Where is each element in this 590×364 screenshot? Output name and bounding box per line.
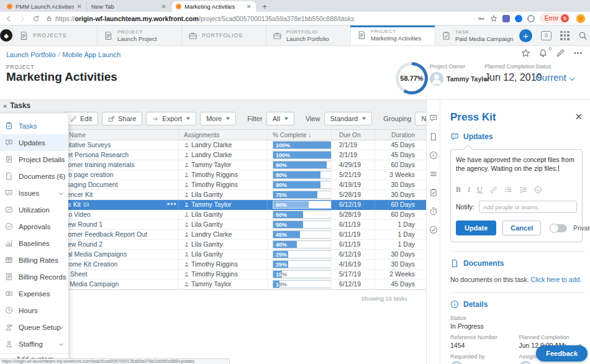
share-button[interactable]: Share xyxy=(102,112,142,125)
underline-button[interactable]: U xyxy=(477,185,483,194)
row-more-icon[interactable]: ••• xyxy=(166,200,177,209)
task-percent-complete[interactable]: 100%100% xyxy=(267,150,331,160)
sidebar-item-expenses[interactable]: Expenses xyxy=(0,285,68,302)
filter-dropdown[interactable]: All xyxy=(266,112,294,125)
task-assignments[interactable]: Tammy Taylor xyxy=(178,280,267,289)
details-section-header[interactable]: Details xyxy=(450,300,583,309)
sidebar-item-updates[interactable]: Updates xyxy=(0,134,68,151)
breadcrumb-portfolio-link[interactable]: Launch Portfolio xyxy=(6,51,56,58)
forward-icon[interactable] xyxy=(19,15,26,22)
error-extension-badge[interactable]: Error S xyxy=(540,13,571,24)
task-percent-complete[interactable]: 90%90% xyxy=(267,160,331,170)
task-assignments[interactable]: Lila Garrity xyxy=(178,190,267,199)
global-add-button[interactable]: + xyxy=(519,29,532,42)
bullet-list-icon[interactable] xyxy=(504,186,512,194)
comment-icon[interactable] xyxy=(429,114,438,122)
nav-tab-marketing-activities[interactable]: PROJECTMarketing Activities xyxy=(350,25,435,45)
column-due-on[interactable]: Due On xyxy=(331,130,374,140)
requested-by-avatar[interactable] xyxy=(450,361,463,364)
task-percent-complete[interactable]: 25%25% xyxy=(267,260,331,269)
task-assignments[interactable]: Timothy Riggins xyxy=(178,270,267,279)
tasks-icon[interactable] xyxy=(429,188,438,197)
numbered-list-icon[interactable] xyxy=(519,186,527,194)
document-icon[interactable] xyxy=(429,132,438,141)
task-assignments[interactable]: Lila Garrity xyxy=(178,220,267,229)
link-icon[interactable] xyxy=(489,186,497,194)
task-assignments[interactable]: Timothy Riggins xyxy=(178,170,267,180)
tab-close-icon[interactable]: ✕ xyxy=(161,3,166,10)
comment-textarea[interactable]: We have approved the concept files from … xyxy=(456,155,577,180)
task-assignments[interactable]: Timothy Riggins xyxy=(178,180,267,189)
task-percent-complete[interactable]: 10%10% xyxy=(267,280,331,289)
extension-icon[interactable] xyxy=(515,15,522,22)
edit-pencil-icon[interactable] xyxy=(556,48,565,58)
app-grid-icon[interactable] xyxy=(560,31,570,40)
owner-name[interactable]: Tammy Taylor xyxy=(447,75,490,83)
cancel-button[interactable]: Cancel xyxy=(502,221,541,235)
task-assignments[interactable]: Tammy Taylor xyxy=(178,160,267,170)
notify-input[interactable] xyxy=(479,201,577,213)
sidebar-item-billing-records[interactable]: Billing Records xyxy=(0,268,68,285)
task-percent-complete[interactable]: 50%50% xyxy=(267,220,331,229)
breadcrumb-program-link[interactable]: Mobile App Launch xyxy=(63,51,121,58)
export-button[interactable]: Export xyxy=(146,112,196,125)
timer-icon[interactable] xyxy=(429,207,438,216)
sidebar-item-project-details[interactable]: Project Details xyxy=(0,151,68,168)
browser-tab[interactable]: New Tab✕ xyxy=(87,1,171,12)
task-percent-complete[interactable]: 80%80% xyxy=(267,180,331,189)
extension-icon[interactable] xyxy=(502,15,510,22)
task-percent-complete[interactable]: 100%100% xyxy=(267,140,331,150)
task-percent-complete[interactable]: 60%60% xyxy=(267,200,331,209)
owner-avatar[interactable] xyxy=(430,72,443,86)
view-dropdown[interactable]: Standard xyxy=(324,112,373,125)
url-field[interactable]: https://origin-wf-launchteam.my.workfron… xyxy=(46,15,471,22)
assignment-avatar[interactable] xyxy=(519,361,532,364)
sidebar-item-staffing[interactable]: Staffing xyxy=(0,335,68,352)
nav-tab-launch-project[interactable]: PROJECTLaunch Project xyxy=(97,25,181,45)
task-assignments[interactable]: Timothy Riggins xyxy=(178,260,267,269)
updates-section-header[interactable]: Updates xyxy=(450,132,583,141)
back-icon[interactable] xyxy=(5,15,12,22)
task-percent-complete[interactable]: 40%40% xyxy=(267,240,331,249)
favorite-star-icon[interactable] xyxy=(521,48,530,58)
reload-icon[interactable] xyxy=(32,15,40,22)
task-assignments[interactable]: Landry Clarke xyxy=(178,140,267,150)
sidebar-item-hours[interactable]: Hours xyxy=(0,302,68,319)
task-assignments[interactable]: Tammy Taylor xyxy=(178,200,267,209)
edit-button[interactable]: Edit xyxy=(64,112,98,125)
task-assignments[interactable]: Landry Clarke xyxy=(178,150,267,160)
task-assignments[interactable]: Lila Garrity xyxy=(178,240,267,249)
notifications-bell-icon[interactable]: 0 xyxy=(538,48,548,58)
task-percent-complete[interactable]: 50%50% xyxy=(267,210,331,219)
sidebar-item-queue-setup[interactable]: Queue Setup xyxy=(0,319,68,335)
browser-tab[interactable]: Marketing Activities✕ xyxy=(171,1,256,12)
nav-tab-portfolios[interactable]: PORTFOLIOS xyxy=(181,25,266,45)
info-icon[interactable] xyxy=(429,151,438,160)
bookmark-star-icon[interactable] xyxy=(490,15,497,22)
sidebar-item-baselines[interactable]: Baselines xyxy=(0,235,68,252)
close-icon[interactable]: ✕ xyxy=(574,111,583,122)
sidebar-item-issues[interactable]: Issues xyxy=(0,184,68,201)
nav-tab-projects[interactable]: PROJECTS xyxy=(12,25,97,45)
task-percent-complete[interactable]: 45%45% xyxy=(267,230,331,239)
task-percent-complete[interactable]: 15%15% xyxy=(267,270,331,279)
column-duration[interactable]: Duration xyxy=(374,130,426,140)
nav-tab-paid-media-campaign[interactable]: TASKPaid Media Campaign xyxy=(435,25,519,45)
nav-tab-launch-portfolio[interactable]: PORTFOLIOLaunch Portfolio xyxy=(266,25,350,45)
task-assignments[interactable]: Lila Garrity xyxy=(178,250,267,259)
browser-tab[interactable]: PMM Launch Activities✕ xyxy=(2,1,87,12)
search-icon[interactable] xyxy=(578,31,588,40)
status-dropdown[interactable]: Current xyxy=(535,72,573,83)
tab-close-icon[interactable]: ✕ xyxy=(247,3,252,10)
emoji-icon[interactable] xyxy=(534,186,542,194)
sidebar-item-billing-rates[interactable]: Billing Rates xyxy=(0,252,68,268)
task-assignments[interactable]: Lila Garrity xyxy=(178,210,267,219)
italic-button[interactable]: I xyxy=(468,185,470,194)
workfront-logo[interactable]: ◆ xyxy=(0,25,12,45)
bold-button[interactable]: B xyxy=(456,185,461,194)
documents-section-header[interactable]: Documents xyxy=(450,259,583,268)
task-percent-complete[interactable]: 25%25% xyxy=(267,250,331,259)
more-menu-icon[interactable] xyxy=(573,48,583,58)
task-percent-complete[interactable]: 75%75% xyxy=(267,190,331,199)
sidebar-item-approvals[interactable]: Approvals xyxy=(0,218,68,235)
